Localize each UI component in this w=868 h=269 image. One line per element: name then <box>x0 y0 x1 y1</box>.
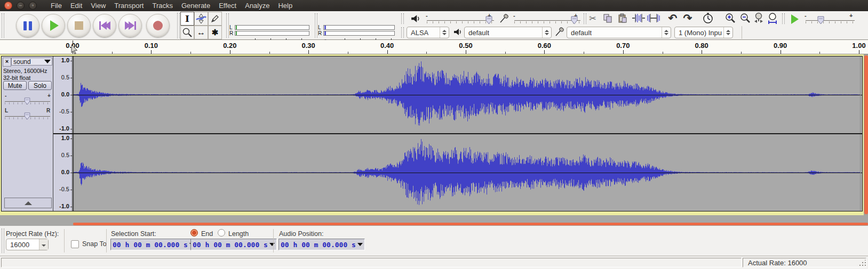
play-button[interactable] <box>42 14 65 37</box>
mixer-microphone-icon <box>499 14 509 23</box>
audio-position-field[interactable]: 00 h 00 m 00.000 s <box>278 239 365 250</box>
window-maximize-button[interactable]: ▫ <box>29 2 37 10</box>
window-resize-grip[interactable] <box>859 260 866 266</box>
sync-lock-button[interactable] <box>701 12 715 25</box>
recording-channels-select[interactable]: 1 (Mono) Inpu <box>674 27 733 38</box>
selection-end-dropdown[interactable] <box>269 243 275 246</box>
waveform-channel-right[interactable] <box>73 134 862 211</box>
vertical-scale-tick <box>70 95 72 95</box>
menu-effect[interactable]: Effect <box>214 0 241 11</box>
selbar-separator-2 <box>106 229 107 252</box>
menu-edit[interactable]: Edit <box>66 0 86 11</box>
selection-end-field[interactable]: 00 h 00 m 00.000 s <box>190 239 277 250</box>
speed-slider-min: - <box>805 12 807 19</box>
device-toolbar-grip[interactable] <box>401 27 404 38</box>
snap-to-checkbox[interactable] <box>71 240 79 248</box>
record-button[interactable] <box>146 14 170 37</box>
redo-button[interactable]: ↷ <box>681 12 695 25</box>
timeline-major-tick <box>544 50 545 54</box>
draw-tool-button[interactable] <box>208 12 222 26</box>
stop-button[interactable] <box>67 14 91 37</box>
cut-button[interactable]: ✂ <box>586 12 600 25</box>
selection-toolbar-grip[interactable] <box>2 229 4 253</box>
selection-tool-button[interactable]: I <box>180 12 194 26</box>
audio-host-select[interactable]: ALSA <box>407 27 449 38</box>
zoom-tool-button[interactable] <box>180 26 194 39</box>
playback-speed-slider[interactable] <box>806 20 855 21</box>
track-name-menu[interactable]: sound <box>11 58 52 66</box>
fit-project-button[interactable] <box>766 12 780 25</box>
zoom-in-icon <box>724 12 736 24</box>
copy-button[interactable] <box>601 12 615 25</box>
audio-position-dropdown[interactable] <box>357 243 363 246</box>
skip-to-start-button[interactable] <box>93 14 116 37</box>
output-slider-ticks <box>427 21 494 23</box>
recording-device-spinner[interactable] <box>662 27 671 38</box>
waveform-channel-left[interactable] <box>73 56 862 133</box>
menu-file[interactable]: File <box>46 0 66 11</box>
output-slider-thumb[interactable] <box>485 16 492 25</box>
playback-device-spinner[interactable] <box>542 27 551 38</box>
fit-selection-button[interactable] <box>752 12 766 25</box>
timeline-label: 0.80 <box>695 42 708 50</box>
timeline-ruler[interactable]: 0.000.100.200.300.400.500.600.700.800.90… <box>0 40 868 54</box>
solo-button[interactable]: Solo <box>28 81 52 90</box>
radio-end-label: End <box>201 230 213 238</box>
pencil-icon <box>210 14 220 23</box>
window-minimize-button[interactable]: – <box>17 2 25 10</box>
playback-device-select[interactable]: default <box>464 27 552 38</box>
undo-button[interactable]: ↶ <box>666 12 680 25</box>
gain-slider-thumb[interactable] <box>24 97 30 105</box>
pause-button[interactable] <box>16 14 39 37</box>
output-volume-slider[interactable] <box>427 20 494 21</box>
speed-slider-thumb[interactable] <box>817 16 824 25</box>
recording-channels-spinner[interactable] <box>723 27 732 38</box>
recording-meter-grip[interactable] <box>315 13 317 38</box>
zoom-out-button[interactable] <box>738 12 752 25</box>
input-slider-thumb[interactable] <box>571 16 578 25</box>
project-rate-select[interactable]: 16000 <box>6 239 49 250</box>
menu-transport[interactable]: Transport <box>110 0 148 11</box>
playback-meter-grip[interactable] <box>226 13 229 38</box>
track-close-button[interactable]: × <box>3 58 11 67</box>
skip-to-end-icon <box>125 21 136 30</box>
menu-analyze[interactable]: Analyze <box>241 0 274 11</box>
skip-to-end-button[interactable] <box>118 14 142 37</box>
vertical-scrollbar[interactable] <box>864 55 868 214</box>
radio-end[interactable] <box>190 229 198 237</box>
vertical-scale-tick <box>70 207 72 207</box>
play-at-speed-button[interactable] <box>787 13 802 26</box>
project-rate-arrow[interactable] <box>39 239 48 250</box>
menu-view[interactable]: View <box>86 0 110 11</box>
audio-host-spinner[interactable] <box>440 27 449 38</box>
window-close-button[interactable]: × <box>4 2 12 10</box>
trim-audio-button[interactable] <box>632 12 646 25</box>
transport-toolbar-grip[interactable] <box>2 13 4 38</box>
waveform-area[interactable] <box>73 56 862 211</box>
mute-button[interactable]: Mute <box>3 81 27 90</box>
timeline-label: 1.00 <box>852 42 865 50</box>
recording-device-select[interactable]: default <box>567 27 671 38</box>
menu-help[interactable]: Help <box>274 0 297 11</box>
mixer-toolbar-grip[interactable] <box>401 13 404 24</box>
zoom-in-button[interactable] <box>723 12 737 25</box>
radio-length[interactable] <box>218 229 225 237</box>
pan-slider-thumb[interactable] <box>24 112 30 120</box>
selection-start-field[interactable]: 00 h 00 m 00.000 s <box>110 239 197 250</box>
transcription-toolbar-grip[interactable] <box>782 13 785 24</box>
silence-audio-button[interactable] <box>647 12 660 25</box>
menu-generate[interactable]: Generate <box>177 0 214 11</box>
timeshift-tool-button[interactable]: ↔ <box>194 26 208 39</box>
multi-tool-button[interactable]: ✱ <box>208 26 222 39</box>
horizontal-scrollbar[interactable] <box>73 223 868 225</box>
track-control-panel[interactable]: × sound Stereo, 16000Hz 32-bit float Mut… <box>2 56 53 211</box>
fit-selection-icon <box>753 12 765 24</box>
track-collapse-button[interactable] <box>4 198 52 208</box>
vertical-scale-tick <box>70 129 72 129</box>
menu-tracks[interactable]: Tracks <box>148 0 177 11</box>
tools-toolbar-grip[interactable] <box>177 13 180 38</box>
pan-left-label: L <box>5 108 8 113</box>
paste-button[interactable] <box>616 12 630 25</box>
envelope-tool-button[interactable] <box>194 12 208 26</box>
vertical-scale-tick <box>70 112 72 112</box>
